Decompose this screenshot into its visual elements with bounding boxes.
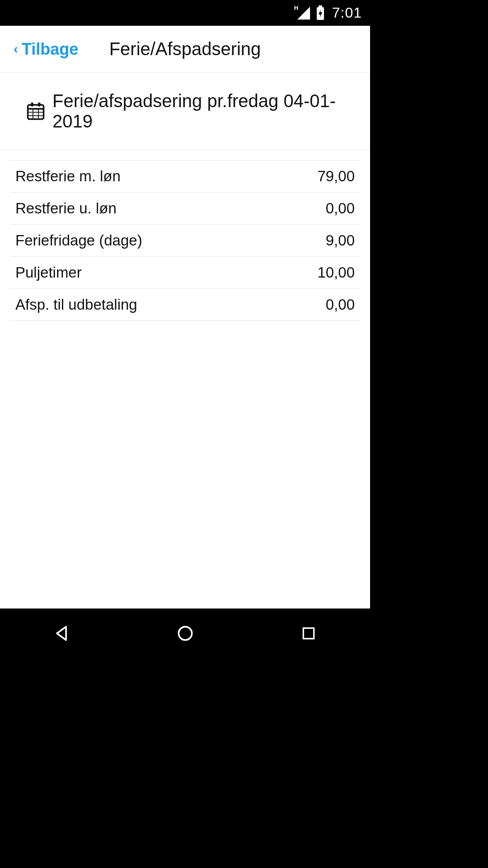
- app-content: ‹ Tilbage Ferie/Afspadsering Ferie/afspa…: [0, 26, 370, 609]
- item-value: 10,00: [317, 264, 355, 281]
- svg-rect-3: [31, 103, 33, 107]
- battery-charging-icon: [315, 5, 326, 21]
- item-value: 0,00: [326, 200, 355, 217]
- status-clock: 7:01: [332, 5, 362, 21]
- app-header: ‹ Tilbage Ferie/Afspadsering: [0, 26, 370, 73]
- calendar-icon: [26, 102, 45, 121]
- list-item: Feriefridage (dage) 9,00: [10, 224, 360, 256]
- back-button[interactable]: ‹ Tilbage: [14, 40, 78, 59]
- item-label: Puljetimer: [15, 264, 82, 281]
- list-item: Puljetimer 10,00: [10, 256, 360, 288]
- balance-list: Restferie m. løn 79,00 Restferie u. løn …: [0, 150, 370, 321]
- svg-rect-1: [319, 5, 322, 7]
- section-heading: Ferie/afspadsering pr.fredag 04-01-2019: [0, 73, 370, 150]
- list-item: Restferie u. løn 0,00: [10, 192, 360, 224]
- nav-recent-apps-button[interactable]: [296, 621, 321, 646]
- item-label: Restferie u. løn: [15, 200, 117, 217]
- svg-rect-4: [38, 103, 40, 107]
- svg-point-10: [178, 627, 192, 640]
- nav-home-button[interactable]: [173, 621, 197, 646]
- list-item: Restferie m. løn 79,00: [10, 160, 360, 192]
- back-label: Tilbage: [22, 40, 78, 59]
- svg-rect-11: [303, 628, 314, 638]
- page-title: Ferie/Afspadsering: [109, 39, 261, 59]
- signal-icon: H: [296, 5, 311, 21]
- item-label: Feriefridage (dage): [15, 232, 142, 249]
- chevron-left-icon: ‹: [14, 42, 18, 56]
- item-value: 9,00: [326, 232, 355, 249]
- item-value: 79,00: [317, 168, 355, 185]
- android-nav-bar: [0, 609, 370, 658]
- item-value: 0,00: [326, 296, 355, 313]
- section-heading-text: Ferie/afspadsering pr.fredag 04-01-2019: [52, 91, 357, 132]
- network-type-label: H: [294, 5, 298, 11]
- status-bar: H 7:01: [0, 0, 370, 26]
- item-label: Afsp. til udbetaling: [15, 296, 137, 313]
- item-label: Restferie m. løn: [15, 168, 121, 185]
- list-item: Afsp. til udbetaling 0,00: [10, 288, 360, 321]
- nav-back-button[interactable]: [50, 621, 74, 646]
